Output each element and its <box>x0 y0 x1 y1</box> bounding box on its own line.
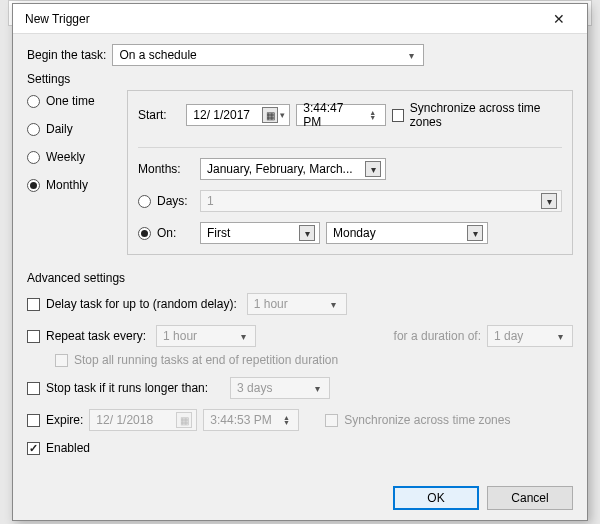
start-date-value: 12/ 1/2017 <box>193 108 250 122</box>
on-ordinal-combo[interactable]: First ▾ <box>200 222 320 244</box>
chevron-down-icon: ▾ <box>403 50 419 61</box>
start-time-picker[interactable]: 3:44:47 PM ▲▼ <box>296 104 385 126</box>
delay-combo: 1 hour ▾ <box>247 293 347 315</box>
recurrence-one-time[interactable]: One time <box>27 94 113 108</box>
recurrence-weekly[interactable]: Weekly <box>27 150 113 164</box>
on-weekday-value: Monday <box>333 226 376 240</box>
start-time-value: 3:44:47 PM <box>303 101 364 129</box>
days-label: Days: <box>157 194 188 208</box>
days-radio[interactable]: Days: <box>138 194 194 208</box>
on-label: On: <box>157 226 176 240</box>
expire-date-value: 12/ 1/2018 <box>96 413 153 427</box>
repeat-checkbox[interactable]: Repeat task every: <box>27 329 146 343</box>
expire-checkbox[interactable]: Expire: <box>27 413 83 427</box>
recurrence-daily[interactable]: Daily <box>27 122 113 136</box>
on-ordinal-value: First <box>207 226 230 240</box>
start-label: Start: <box>138 108 180 122</box>
chevron-down-icon: ▾ <box>552 331 568 342</box>
days-value: 1 <box>207 194 214 208</box>
delay-checkbox[interactable]: Delay task for up to (random delay): <box>27 297 237 311</box>
begin-task-label: Begin the task: <box>27 48 106 62</box>
stop-longer-value: 3 days <box>237 381 272 395</box>
divider <box>138 147 562 148</box>
stop-longer-checkbox[interactable]: Stop task if it runs longer than: <box>27 381 208 395</box>
calendar-icon: ▦ <box>262 107 278 123</box>
begin-task-value: On a schedule <box>119 48 196 62</box>
begin-task-combo[interactable]: On a schedule ▾ <box>112 44 424 66</box>
expire-date-picker: 12/ 1/2018 ▦ <box>89 409 197 431</box>
calendar-icon: ▦ <box>176 412 192 428</box>
chevron-down-icon: ▾ <box>326 299 342 310</box>
sync-timezones-checkbox[interactable]: Synchronize across time zones <box>392 101 562 129</box>
repeat-stop-checkbox: Stop all running tasks at end of repetit… <box>55 353 338 367</box>
close-icon: ✕ <box>553 11 565 27</box>
on-radio[interactable]: On: <box>138 226 194 240</box>
delay-value: 1 hour <box>254 297 288 311</box>
chevron-down-icon: ▾ <box>280 110 285 120</box>
dialog-title: New Trigger <box>25 12 90 26</box>
repeat-duration-value: 1 day <box>494 329 523 343</box>
chevron-down-icon: ▾ <box>299 225 315 241</box>
chevron-down-icon: ▾ <box>467 225 483 241</box>
chevron-down-icon: ▾ <box>235 331 251 342</box>
titlebar: New Trigger ✕ <box>13 4 587 34</box>
enabled-checkbox[interactable]: Enabled <box>27 441 90 455</box>
expire-time-picker: 3:44:53 PM ▲▼ <box>203 409 299 431</box>
dialog-content: Begin the task: On a schedule ▾ Settings… <box>13 34 587 520</box>
repeat-interval-value: 1 hour <box>163 329 197 343</box>
months-value: January, February, March... <box>207 162 353 176</box>
sync-timezones-label: Synchronize across time zones <box>410 101 562 129</box>
months-label: Months: <box>138 162 194 176</box>
months-combo[interactable]: January, February, March... ▾ <box>200 158 386 180</box>
advanced-legend: Advanced settings <box>27 271 573 285</box>
chevron-down-icon: ▾ <box>365 161 381 177</box>
repeat-duration-label: for a duration of: <box>394 329 481 343</box>
days-combo: 1 ▾ <box>200 190 562 212</box>
advanced-settings: Delay task for up to (random delay): 1 h… <box>27 293 573 455</box>
recurrence-radios: One time Daily Weekly Monthly <box>27 90 117 255</box>
start-date-picker[interactable]: 12/ 1/2017 ▦ ▾ <box>186 104 290 126</box>
repeat-interval-combo: 1 hour ▾ <box>156 325 256 347</box>
expire-sync-tz-checkbox: Synchronize across time zones <box>325 413 510 427</box>
dialog-footer: OK Cancel <box>393 486 573 510</box>
stop-longer-combo: 3 days ▾ <box>230 377 330 399</box>
ok-button[interactable]: OK <box>393 486 479 510</box>
spinner-icon: ▲▼ <box>278 415 294 425</box>
new-trigger-dialog: New Trigger ✕ Begin the task: On a sched… <box>12 3 588 521</box>
on-weekday-combo[interactable]: Monday ▾ <box>326 222 488 244</box>
spinner-icon: ▲▼ <box>365 110 381 120</box>
schedule-panel: Start: 12/ 1/2017 ▦ ▾ 3:44:47 PM ▲▼ Sync… <box>127 90 573 255</box>
repeat-duration-combo: 1 day ▾ <box>487 325 573 347</box>
chevron-down-icon: ▾ <box>309 383 325 394</box>
cancel-button[interactable]: Cancel <box>487 486 573 510</box>
chevron-down-icon: ▾ <box>541 193 557 209</box>
expire-time-value: 3:44:53 PM <box>210 413 271 427</box>
close-button[interactable]: ✕ <box>541 5 577 33</box>
recurrence-monthly[interactable]: Monthly <box>27 178 113 192</box>
settings-legend: Settings <box>27 72 70 86</box>
